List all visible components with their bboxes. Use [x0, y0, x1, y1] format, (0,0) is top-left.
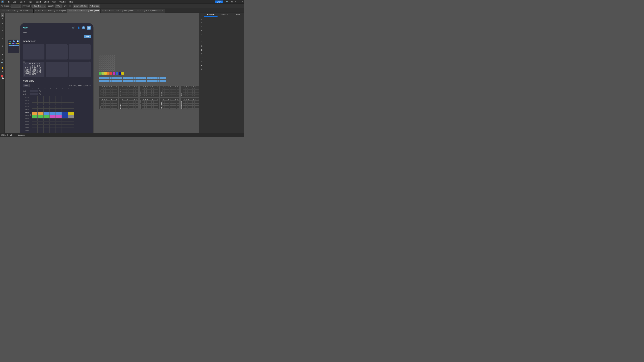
week-circle-right[interactable]: [83, 85, 85, 86]
char-icon[interactable]: ☰: [200, 36, 204, 40]
arrange-icon[interactable]: ⊞: [231, 1, 233, 3]
fill-stroke-indicator[interactable]: [1, 75, 4, 79]
menu-file[interactable]: File: [6, 1, 10, 3]
cell-9-T: [38, 125, 44, 128]
align-icon[interactable]: ⊟: [200, 44, 204, 48]
user-icon[interactable]: 👤: [77, 26, 80, 29]
brushes-icon[interactable]: 🖌: [200, 63, 204, 67]
cell-11-S2: [68, 131, 74, 133]
tab-4[interactable]: Untitled-2* @ 89.48 % (RGB/Preview) ✕: [134, 9, 165, 12]
appearance-icon[interactable]: ◈: [200, 52, 204, 55]
gradient-tool[interactable]: ▦: [1, 57, 4, 61]
info-icon[interactable]: ℹ: [200, 25, 204, 28]
graphic-icon[interactable]: ◻: [200, 56, 204, 59]
swatches-icon[interactable]: ▦: [200, 67, 204, 71]
num-cell-15: 15: [129, 80, 131, 82]
para-icon[interactable]: ¶: [200, 33, 204, 36]
month-cell-3: [69, 44, 91, 59]
direct-select-tool[interactable]: ↗: [1, 17, 4, 20]
swatch-purple: [113, 72, 115, 75]
props-tab-artboards[interactable]: Artboards: [218, 13, 231, 16]
block-radio[interactable]: [39, 90, 41, 92]
cart-icon[interactable]: 🛒: [72, 26, 75, 29]
menu-object[interactable]: Object: [19, 1, 26, 3]
search-icon[interactable]: 🔍: [226, 1, 228, 3]
sg-cell-2-1: [100, 59, 102, 60]
zoom-tool[interactable]: ⊕: [1, 70, 4, 73]
style-swatch[interactable]: [68, 5, 71, 7]
expand-icon[interactable]: ⤢: [241, 1, 243, 3]
eraser-tool[interactable]: ◻: [1, 44, 4, 47]
week-view-button[interactable]: view: [23, 84, 30, 87]
transform-icon[interactable]: ⇆: [200, 40, 204, 44]
preferences-button[interactable]: Preferences: [89, 4, 100, 7]
menu-type[interactable]: Type: [28, 1, 33, 3]
cell-4-F: [56, 109, 62, 112]
week-radio[interactable]: [39, 93, 41, 95]
stroke-color-swatch[interactable]: [29, 5, 32, 7]
edit-button[interactable]: edit: [84, 35, 91, 38]
eyedropper-tool[interactable]: 🔍: [1, 61, 4, 64]
tab-3[interactable]: functionalScreens-Mobile.ai @ 100 % (RGB…: [100, 9, 134, 12]
time-row-0: [32, 96, 74, 99]
menu-view[interactable]: View: [52, 1, 57, 3]
block-input[interactable]: [30, 90, 38, 92]
select-tool[interactable]: ↖: [1, 13, 4, 17]
tab-0[interactable]: functionalScreens2.ai @ 100% (RGB/Previe…: [0, 9, 34, 12]
cell-1-M: [32, 99, 38, 102]
menu-window[interactable]: Window: [59, 1, 67, 3]
opacity-input[interactable]: [55, 4, 62, 7]
menu-effect[interactable]: Effect: [44, 1, 50, 3]
num-cell-4: 4: [105, 80, 107, 82]
year-calendar-area: JANUARYMTWTFSSFEBRUARYMTWTFSSMARCHMTWTFS…: [98, 85, 199, 110]
more-options-icon[interactable]: ▸▸: [101, 5, 102, 7]
prev-page-btn[interactable]: ◀: [10, 134, 11, 136]
properties-icon[interactable]: ⊞: [200, 13, 204, 17]
next-page-btn[interactable]: ▶: [12, 134, 14, 136]
stroke-size-select[interactable]: 3 pt. Round: [32, 4, 46, 7]
time-0700: 07:00: [23, 117, 29, 120]
close-icon[interactable]: ✕: [235, 1, 236, 3]
tab-close-4[interactable]: ✕: [162, 10, 164, 12]
minimize-icon[interactable]: −: [238, 1, 239, 3]
tab-2[interactable]: functionalScreens-Tablet.ai @ 100 % (RGB…: [67, 9, 100, 12]
sg-cell-2-0: [98, 59, 100, 60]
week-circle-left[interactable]: [75, 85, 77, 86]
small-grid: [98, 55, 199, 70]
text-icon[interactable]: A: [200, 29, 204, 32]
sg-cell-7-2: [103, 69, 104, 70]
num-cell-28: 28: [158, 80, 160, 82]
month-view-title: month view: [23, 40, 91, 42]
scale-tool[interactable]: ⇲: [1, 53, 4, 56]
handle-right[interactable]: [89, 61, 90, 63]
tab-1[interactable]: functionalScreens-Tablet.ai @ 128.62% (R…: [34, 9, 67, 12]
zoom-level[interactable]: 100%: [1, 134, 6, 136]
rotate-tool[interactable]: ↻: [1, 49, 4, 52]
menu-help[interactable]: Help: [69, 1, 74, 3]
cell-11-T2: [50, 131, 56, 133]
line-tool[interactable]: ╱: [1, 29, 4, 33]
artboards-icon[interactable]: □: [200, 17, 204, 21]
col-header-F: F: [54, 88, 60, 90]
type-tool[interactable]: T: [1, 26, 4, 29]
week-input[interactable]: [30, 93, 38, 95]
hamburger-menu-icon[interactable]: [87, 26, 91, 30]
num-cell-18: 18: [136, 77, 138, 79]
symbols-icon[interactable]: ⊛: [200, 60, 204, 63]
layers-icon[interactable]: ≡: [200, 21, 204, 24]
paintbrush-tool[interactable]: 🖌: [1, 37, 4, 40]
pathfinder-icon[interactable]: ◧: [200, 48, 204, 51]
document-setup-button[interactable]: Document Setup: [73, 4, 88, 7]
sg-cell-7-1: [100, 69, 102, 70]
shape-tool[interactable]: □: [1, 33, 4, 36]
share-button[interactable]: Share: [215, 0, 223, 3]
pencil-tool[interactable]: ✏: [1, 40, 4, 44]
selection-dropdown[interactable]: [11, 4, 21, 7]
stroke-swatch[interactable]: [2, 77, 4, 79]
hand-tool[interactable]: ✋: [1, 66, 4, 69]
props-tab-properties[interactable]: Properties: [204, 13, 218, 16]
menu-edit[interactable]: Edit: [12, 1, 17, 3]
menu-select[interactable]: Select: [35, 1, 42, 3]
props-tab-layers[interactable]: Layers: [231, 13, 244, 16]
pen-tool[interactable]: ✒: [1, 22, 4, 25]
